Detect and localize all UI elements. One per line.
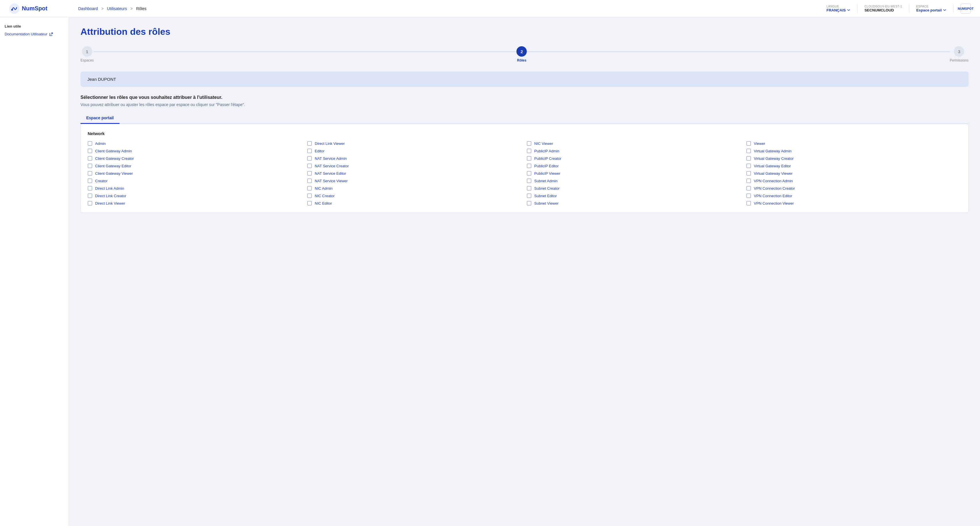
- role-checkbox[interactable]: [307, 201, 312, 206]
- role-item[interactable]: Editor: [307, 148, 522, 153]
- role-label: Client Gateway Editor: [95, 164, 131, 168]
- role-label: PublicIP Viewer: [534, 171, 560, 175]
- role-checkbox[interactable]: [746, 164, 751, 168]
- role-checkbox[interactable]: [307, 156, 312, 161]
- role-label: Creator: [95, 179, 108, 183]
- role-item[interactable]: Virtual Gateway Editor: [746, 164, 961, 168]
- role-item[interactable]: PublicIP Viewer: [527, 171, 742, 175]
- role-item[interactable]: Admin: [88, 141, 302, 146]
- role-item[interactable]: NAT Service Editor: [307, 171, 522, 175]
- langue-control[interactable]: LANGUE FRANÇAIS: [827, 5, 850, 12]
- role-checkbox[interactable]: [746, 201, 751, 206]
- breadcrumb-utilisateurs[interactable]: Utilisateurs: [107, 6, 127, 11]
- role-label: Subnet Admin: [534, 179, 558, 183]
- role-checkbox[interactable]: [88, 193, 92, 198]
- step-2-label: Rôles: [517, 58, 527, 62]
- divider-2: [909, 4, 909, 13]
- role-item[interactable]: Subnet Creator: [527, 186, 742, 191]
- role-item[interactable]: VPN Connection Editor: [746, 193, 961, 198]
- role-checkbox[interactable]: [88, 141, 92, 146]
- role-item[interactable]: Client Gateway Creator: [88, 156, 302, 161]
- role-item[interactable]: NAT Service Creator: [307, 164, 522, 168]
- role-item[interactable]: Direct Link Viewer: [307, 141, 522, 146]
- role-item[interactable]: Direct Link Viewer: [88, 201, 302, 206]
- role-label: Client Gateway Viewer: [95, 171, 133, 175]
- role-item[interactable]: VPN Connection Admin: [746, 179, 961, 183]
- role-checkbox[interactable]: [307, 148, 312, 153]
- role-checkbox[interactable]: [88, 201, 92, 206]
- role-checkbox[interactable]: [746, 179, 751, 183]
- role-checkbox[interactable]: [527, 164, 531, 168]
- role-checkbox[interactable]: [746, 156, 751, 161]
- role-item[interactable]: VPN Connection Creator: [746, 186, 961, 191]
- role-checkbox[interactable]: [88, 148, 92, 153]
- role-label: PublicIP Admin: [534, 149, 559, 153]
- role-item[interactable]: PublicIP Admin: [527, 148, 742, 153]
- user-avatar[interactable]: NUMSPOT: [961, 3, 971, 14]
- role-item[interactable]: NIC Creator: [307, 193, 522, 198]
- role-checkbox[interactable]: [527, 179, 531, 183]
- logo-text: NumSpot: [22, 5, 48, 12]
- role-item[interactable]: Client Gateway Viewer: [88, 171, 302, 175]
- role-item[interactable]: Creator: [88, 179, 302, 183]
- role-checkbox[interactable]: [307, 193, 312, 198]
- role-item[interactable]: PublicIP Creator: [527, 156, 742, 161]
- role-label: NIC Admin: [315, 186, 332, 191]
- role-item[interactable]: VPN Connection Viewer: [746, 201, 961, 206]
- role-item[interactable]: Subnet Admin: [527, 179, 742, 183]
- role-item[interactable]: Virtual Gateway Admin: [746, 148, 961, 153]
- role-item[interactable]: Client Gateway Editor: [88, 164, 302, 168]
- step-3: 3 Permissions: [950, 46, 969, 62]
- doc-link[interactable]: Documentation Utilisateur: [5, 32, 64, 36]
- role-item[interactable]: Subnet Viewer: [527, 201, 742, 206]
- role-checkbox[interactable]: [746, 186, 751, 191]
- role-item[interactable]: Subnet Editor: [527, 193, 742, 198]
- espace-value: Espace portail: [916, 8, 947, 12]
- tab-espace-portail[interactable]: Espace portail: [81, 113, 119, 124]
- logo[interactable]: NumSpot: [9, 3, 72, 14]
- role-item[interactable]: NAT Service Admin: [307, 156, 522, 161]
- role-label: Direct Link Viewer: [95, 201, 125, 206]
- role-checkbox[interactable]: [746, 148, 751, 153]
- role-checkbox[interactable]: [307, 171, 312, 175]
- main-content: Attribution des rôles 1 Espaces 2 Rôles …: [69, 17, 980, 526]
- role-item[interactable]: Virtual Gateway Creator: [746, 156, 961, 161]
- role-label: NIC Viewer: [534, 142, 553, 146]
- breadcrumb: Dashboard > Utilisateurs > Rôles: [72, 6, 827, 11]
- role-item[interactable]: Client Gateway Admin: [88, 148, 302, 153]
- role-checkbox[interactable]: [746, 193, 751, 198]
- role-checkbox[interactable]: [746, 171, 751, 175]
- role-checkbox[interactable]: [88, 186, 92, 191]
- role-checkbox[interactable]: [307, 186, 312, 191]
- role-checkbox[interactable]: [527, 186, 531, 191]
- role-checkbox[interactable]: [527, 148, 531, 153]
- espace-control[interactable]: ESPACE Espace portail: [916, 5, 947, 12]
- role-item[interactable]: Viewer: [746, 141, 961, 146]
- role-checkbox[interactable]: [527, 171, 531, 175]
- role-checkbox[interactable]: [527, 141, 531, 146]
- breadcrumb-dashboard[interactable]: Dashboard: [78, 6, 98, 11]
- role-label: Virtual Gateway Viewer: [754, 171, 792, 175]
- divider-3: [953, 4, 954, 13]
- role-item[interactable]: Direct Link Admin: [88, 186, 302, 191]
- role-label: Editor: [315, 149, 325, 153]
- role-checkbox[interactable]: [88, 179, 92, 183]
- role-checkbox[interactable]: [88, 164, 92, 168]
- role-checkbox[interactable]: [307, 141, 312, 146]
- role-item[interactable]: NIC Admin: [307, 186, 522, 191]
- role-checkbox[interactable]: [88, 156, 92, 161]
- role-checkbox[interactable]: [527, 201, 531, 206]
- role-checkbox[interactable]: [307, 179, 312, 183]
- role-item[interactable]: NAT Service Viewer: [307, 179, 522, 183]
- role-item[interactable]: NIC Editor: [307, 201, 522, 206]
- role-item[interactable]: NIC Viewer: [527, 141, 742, 146]
- role-checkbox[interactable]: [527, 156, 531, 161]
- role-checkbox[interactable]: [527, 193, 531, 198]
- role-checkbox[interactable]: [307, 164, 312, 168]
- role-item[interactable]: Virtual Gateway Viewer: [746, 171, 961, 175]
- role-checkbox[interactable]: [88, 171, 92, 175]
- role-item[interactable]: PublicIP Editor: [527, 164, 742, 168]
- role-label: Client Gateway Creator: [95, 156, 134, 161]
- role-item[interactable]: Direct Link Creator: [88, 193, 302, 198]
- role-checkbox[interactable]: [746, 141, 751, 146]
